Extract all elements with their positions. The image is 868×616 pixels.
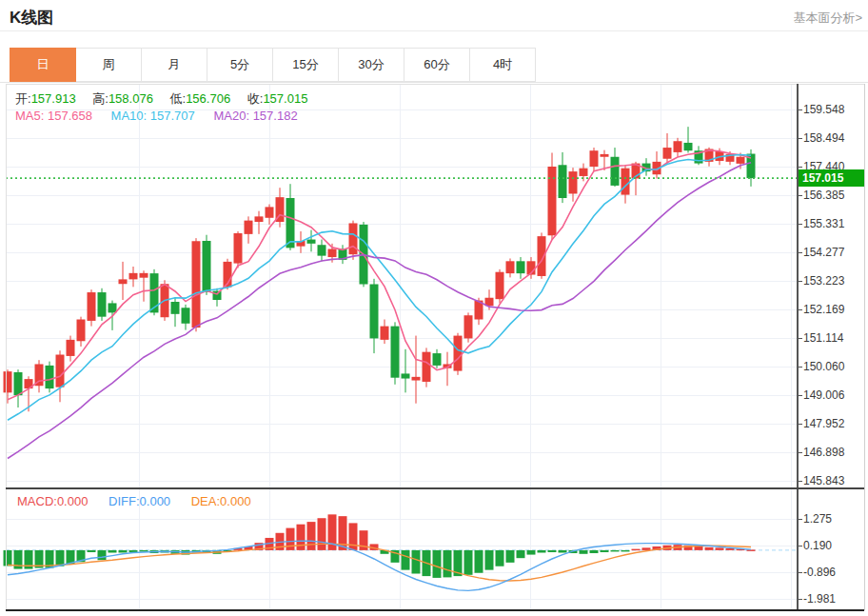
price-tick: 150.060 xyxy=(803,360,844,373)
price-tick: 152.169 xyxy=(803,303,844,316)
kline-page: K线图 基本面分析> 日周月5分15分30分60分4时 开:157.913 高:… xyxy=(0,0,868,616)
macd-tick: 0.190 xyxy=(803,539,832,552)
ma20-value: MA20: 157.182 xyxy=(213,109,297,123)
low-label: 低: xyxy=(170,91,187,106)
ma-readout: MA5: 157.658 MA10: 157.707 MA20: 157.182 xyxy=(15,109,313,123)
price-tick: 159.548 xyxy=(803,103,844,116)
low-value: 156.706 xyxy=(186,91,230,106)
price-tick: 149.006 xyxy=(803,388,844,402)
macd-value: MACD:0.000 xyxy=(17,494,88,508)
ma10-value: MA10: 157.707 xyxy=(111,109,195,123)
ma5-value: MA5: 157.658 xyxy=(15,109,92,123)
price-tick: 145.843 xyxy=(803,474,844,487)
ohlc-readout: 开:157.913 高:158.076 低:156.706 收:157.015 xyxy=(15,90,321,108)
dea-value: DEA:0.000 xyxy=(191,494,251,508)
price-tick: 154.277 xyxy=(803,246,844,259)
tab-daily[interactable]: 日 xyxy=(10,48,76,82)
macd-readout: MACD:0.000 DIFF:0.000 DEA:0.000 xyxy=(17,494,268,508)
macd-tick: -1.981 xyxy=(803,592,836,606)
price-tick: 155.331 xyxy=(803,217,844,230)
current-price-badge: 157.015 xyxy=(799,169,864,187)
price-tick: 153.223 xyxy=(803,274,844,288)
open-value: 157.913 xyxy=(31,91,76,106)
high-value: 158.076 xyxy=(108,91,153,106)
macd-tick: -0.896 xyxy=(803,566,836,579)
open-label: 开: xyxy=(15,91,31,106)
price-tick: 158.494 xyxy=(803,131,844,145)
close-label: 收: xyxy=(247,91,264,106)
close-value: 157.015 xyxy=(263,91,307,106)
price-tick: 146.898 xyxy=(803,446,844,459)
price-tick: 147.952 xyxy=(803,417,844,430)
price-tick: 156.385 xyxy=(803,189,844,202)
high-label: 高: xyxy=(92,91,108,106)
diff-value: DIFF:0.000 xyxy=(108,494,170,508)
macd-tick: 1.275 xyxy=(803,512,832,526)
price-tick: 151.114 xyxy=(803,331,844,345)
